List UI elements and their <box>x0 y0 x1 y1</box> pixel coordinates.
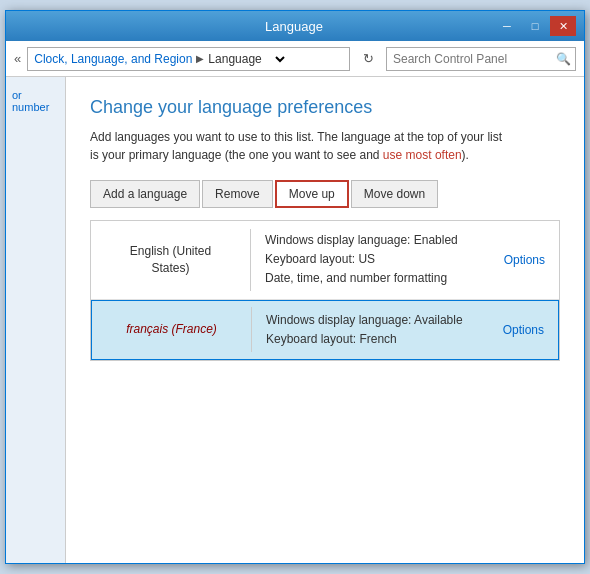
main-layout: or number Change your language preferenc… <box>6 77 584 563</box>
language-options-french[interactable]: Options <box>489 323 558 337</box>
search-icon[interactable]: 🔍 <box>551 47 575 71</box>
sidebar: or number <box>6 77 66 563</box>
language-row-french[interactable]: français (France) Windows display langua… <box>91 300 559 360</box>
page-title: Change your language preferences <box>90 97 560 118</box>
language-info-english: Windows display language: Enabled Keyboa… <box>251 221 490 299</box>
window: Language ─ □ ✕ « Clock, Language, and Re… <box>5 10 585 564</box>
description-text3: ). <box>462 148 469 162</box>
language-info-french: Windows display language: Available Keyb… <box>252 301 489 359</box>
breadcrumb-part1[interactable]: Clock, Language, and Region <box>34 52 192 66</box>
language-name-english: English (UnitedStates) <box>91 229 251 291</box>
content-area: Change your language preferences Add lan… <box>66 77 584 563</box>
move-up-button[interactable]: Move up <box>275 180 349 208</box>
move-down-button[interactable]: Move down <box>351 180 438 208</box>
search-input[interactable] <box>387 48 551 70</box>
language-options-english[interactable]: Options <box>490 253 559 267</box>
breadcrumb-separator: ▶ <box>196 53 204 64</box>
sidebar-item-number[interactable]: or number <box>10 85 61 117</box>
remove-language-button[interactable]: Remove <box>202 180 273 208</box>
back-button[interactable]: « <box>14 51 21 66</box>
add-language-button[interactable]: Add a language <box>90 180 200 208</box>
language-list: English (UnitedStates) Windows display l… <box>90 220 560 361</box>
window-title: Language <box>94 19 494 34</box>
language-name-french: français (France) <box>92 307 252 352</box>
title-bar-controls: ─ □ ✕ <box>494 16 576 36</box>
back-forward-nav: « <box>14 51 21 66</box>
description: Add languages you want to use to this li… <box>90 128 510 164</box>
breadcrumb-part2: Language <box>208 52 261 66</box>
language-row-english[interactable]: English (UnitedStates) Windows display l… <box>91 221 559 300</box>
close-button[interactable]: ✕ <box>550 16 576 36</box>
language-toolbar: Add a language Remove Move up Move down <box>90 180 560 208</box>
description-text2: primary language (the one you want to se… <box>129 148 383 162</box>
refresh-button[interactable]: ↻ <box>356 47 380 71</box>
minimize-button[interactable]: ─ <box>494 16 520 36</box>
title-bar: Language ─ □ ✕ <box>6 11 584 41</box>
breadcrumb: Clock, Language, and Region ▶ Language <box>27 47 350 71</box>
search-box: 🔍 <box>386 47 576 71</box>
breadcrumb-dropdown[interactable] <box>270 51 288 67</box>
maximize-button[interactable]: □ <box>522 16 548 36</box>
address-bar: « Clock, Language, and Region ▶ Language… <box>6 41 584 77</box>
description-highlight: use most often <box>383 148 462 162</box>
